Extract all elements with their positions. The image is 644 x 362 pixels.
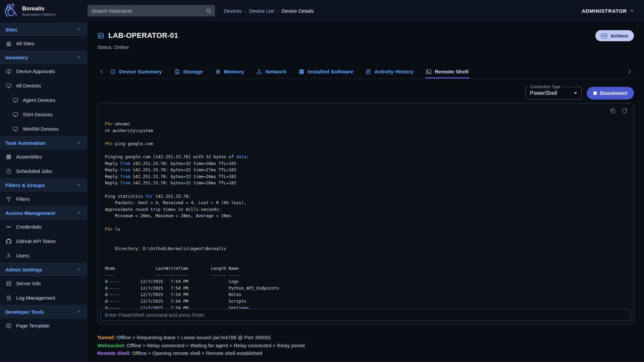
disconnect-button[interactable]: Disconnect [587, 87, 634, 100]
sidebar-item-log-management[interactable]: Log Management [0, 291, 87, 305]
breadcrumb: Devices›Device List›Device Details [224, 8, 314, 14]
connection-type-label: Connection Type [529, 84, 562, 89]
tab-network[interactable]: Network [256, 65, 286, 78]
terminal-panel: PS> whoamint authority\system PS> ping g… [97, 103, 634, 324]
breadcrumb-separator-icon: › [277, 8, 279, 14]
user-menu[interactable]: ADMINISTRATOR [582, 8, 644, 14]
terminal-line: Approximate round trip times in milli-se… [105, 206, 627, 213]
terminal-line: PS> ls [105, 226, 627, 233]
refresh-icon[interactable] [622, 108, 628, 114]
sidebar-section-task-automation[interactable]: Task Automation [0, 136, 87, 149]
connection-type-value: PowerShell [530, 90, 574, 96]
template-icon [6, 323, 12, 329]
chevron-up-icon [76, 182, 82, 188]
connection-type-select[interactable]: Connection Type PowerShell [525, 87, 582, 100]
status-line-text: Offline > Requesting lease > Lease issue… [115, 335, 271, 340]
network-icon [256, 69, 262, 75]
breadcrumb-device-details: Device Details [282, 8, 314, 14]
terminal-output[interactable]: PS> whoamint authority\system PS> ping g… [98, 103, 634, 309]
terminal-line [105, 134, 627, 140]
sidebar-item-scheduled-jobs[interactable]: Scheduled Jobs [0, 164, 87, 178]
connection-status-lines: Tunnel: Offline > Requesting lease > Lea… [97, 334, 634, 357]
key-icon [6, 224, 12, 230]
sidebar-section-access-management[interactable]: Access Management [0, 206, 87, 220]
tab-memory[interactable]: Memory [215, 65, 245, 78]
select-arrow-icon [574, 92, 577, 94]
connection-row: Connection Type PowerShell Disconnect [97, 87, 634, 100]
actions-button[interactable]: Actions [595, 30, 634, 41]
sidebar-section-label: Admin Settings [5, 267, 42, 273]
user-menu-label: ADMINISTRATOR [582, 8, 627, 14]
tab-device-summary[interactable]: Device Summary [110, 65, 162, 78]
sidebar-item-github-api-token[interactable]: GitHub API Token [0, 234, 87, 248]
status-line-remote-shell: Remote Shell: Offline > Opening remote s… [97, 349, 634, 357]
status-line-tunnel: Tunnel: Offline > Requesting lease > Lea… [97, 334, 634, 342]
tab-label: Storage [183, 69, 203, 75]
search-box[interactable] [88, 5, 215, 16]
monitor-icon [12, 126, 18, 132]
terminal-line: Minimum = 26ms, Maximum = 28ms, Average … [105, 213, 627, 219]
tab-label: Device Summary [119, 69, 162, 75]
clock-icon [6, 168, 12, 174]
sidebar-item-agent-devices[interactable]: Agent Devices [0, 93, 87, 107]
sidebar-item-label: Device Approvals [16, 68, 55, 74]
grid-icon [299, 69, 305, 75]
user-icon [6, 253, 12, 259]
terminal-line: Reply from 142.251.33.78: bytes=32 time=… [105, 173, 627, 180]
top-bar: Borealis Automation Platform Devices›Dev… [0, 0, 644, 22]
tab-remote-shell[interactable]: Remote Shell [426, 65, 469, 78]
breadcrumb-devices[interactable]: Devices [224, 8, 241, 14]
tabs-scroll-right-icon[interactable] [625, 68, 634, 75]
sidebar-item-label: WinRM Devices [23, 126, 59, 132]
sidebar: SitesAll SitesInventoryDevice ApprovalsA… [0, 22, 87, 362]
monitor-icon [12, 97, 18, 103]
sidebar-item-all-sites[interactable]: All Sites [0, 36, 87, 51]
sidebar-item-filters[interactable]: Filters [0, 192, 87, 206]
sidebar-item-winrm-devices[interactable]: WinRM Devices [0, 122, 87, 136]
breadcrumb-device-list[interactable]: Device List [249, 8, 274, 14]
sidebar-section-filters-groups[interactable]: Filters & Groups [0, 178, 87, 192]
terminal-line: Reply from 142.251.33.78: bytes=32 time=… [105, 180, 627, 186]
search-input[interactable] [92, 8, 206, 14]
status-line-text: Offline > Opening remote shell > Remote … [131, 350, 262, 356]
terminal-line: ---- ------------- ------ ---- [105, 272, 627, 279]
sidebar-item-page-template[interactable]: Page Template [0, 318, 87, 333]
sidebar-section-label: Access Management [5, 210, 55, 216]
sidebar-section-inventory[interactable]: Inventory [0, 51, 87, 64]
brand-name: Borealis [22, 5, 56, 12]
sidebar-section-label: Sites [5, 27, 17, 33]
terminal-toolbar [609, 108, 628, 114]
sidebar-item-ssh-devices[interactable]: SSH Devices [0, 107, 87, 122]
terminal-icon [426, 69, 432, 75]
tab-label: Installed Software [308, 69, 353, 75]
dots-box-icon [601, 34, 607, 38]
tab-installed-software[interactable]: Installed Software [299, 65, 353, 78]
sidebar-item-users[interactable]: Users [0, 248, 87, 263]
borealis-logo-icon [3, 3, 19, 18]
chevron-up-icon [76, 210, 82, 216]
sidebar-item-assemblies[interactable]: Assemblies [0, 149, 87, 164]
sidebar-section-sites[interactable]: Sites [0, 23, 87, 36]
tab-storage[interactable]: Storage [174, 65, 203, 78]
sidebar-item-device-approvals[interactable]: Device Approvals [0, 64, 87, 78]
sidebar-item-all-devices[interactable]: All Devices [0, 78, 87, 93]
terminal-command-input[interactable] [105, 312, 627, 318]
search-icon [206, 8, 212, 14]
terminal-line: d----- 12/7/2025 7:54 PM Logs [105, 278, 627, 285]
terminal-line: nt authority\system [105, 127, 627, 134]
terminal-line [105, 219, 627, 226]
sidebar-section-admin-settings[interactable]: Admin Settings [0, 263, 87, 276]
bank-icon [6, 41, 12, 47]
copy-icon[interactable] [609, 108, 616, 114]
sidebar-item-server-info[interactable]: Server Info [0, 276, 87, 291]
actions-button-label: Actions [610, 33, 628, 39]
sidebar-item-credentials[interactable]: Credentials [0, 220, 87, 234]
stop-icon [593, 92, 597, 95]
sidebar-section-developer-tools[interactable]: Developer Tools [0, 305, 87, 318]
device-status: Status: Online [97, 44, 634, 50]
storage-icon [174, 69, 180, 75]
tab-activity-history[interactable]: Activity History [365, 65, 414, 78]
tabs-scroll-left-icon[interactable] [97, 68, 106, 75]
monitor-icon [12, 112, 18, 118]
terminal-line: Mode LastWriteTime Length Name [105, 265, 627, 272]
